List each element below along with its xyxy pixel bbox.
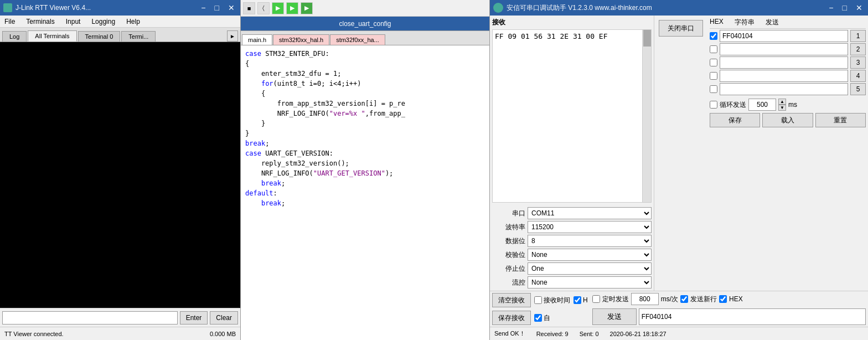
save-button[interactable]: 保存 [710,113,760,127]
menu-input[interactable]: Input [64,17,83,27]
multitext-send-btn-4[interactable]: 4 [850,70,866,82]
jlink-enter-button[interactable]: Enter [180,311,208,324]
jlink-logo-icon [3,3,12,12]
recv-buttons-column: 清空接收 接收时间 H 保存接收 [490,291,590,327]
hex-recv-checkbox-row: H [574,296,588,304]
send-input-field[interactable] [639,308,866,325]
spinner-down-button[interactable]: ▼ [778,105,786,111]
recv-time-checkbox-row: 接收时间 [534,296,570,305]
newline-checkbox[interactable] [680,295,688,303]
port-select[interactable]: COM11 [528,207,652,219]
menu-help[interactable]: Help [124,17,142,27]
multitext-header-send: 发送 [766,18,779,27]
send-button[interactable]: 发送 [592,308,637,325]
reset-button[interactable]: 重置 [815,113,866,127]
cycle-send-checkbox[interactable] [710,101,717,109]
recv-time-label: 接收时间 [544,296,570,305]
menu-terminals[interactable]: Terminals [24,17,56,27]
code-line: } [245,119,485,128]
menu-logging[interactable]: Logging [89,17,117,27]
editor-tabs: main.h stm32f0xx_hal.h stm32f0xx_ha... [241,31,489,45]
flow-control-select[interactable]: None [528,276,652,289]
hex-send-label: HEX [729,295,743,303]
serial-port-config: 串口 COM11 波特率 115200 数据位 8 校验位 None 停止位 [490,205,654,291]
multitext-send-btn-2[interactable]: 2 [850,43,866,55]
clear-recv-button[interactable]: 清空接收 [492,293,531,307]
auto-checkbox[interactable] [534,314,542,322]
code-line: break; [245,198,485,208]
toolbar-icon-green1[interactable]: ▶ [272,2,284,14]
tab-all-terminals[interactable]: All Terminals [28,30,76,42]
jlink-panel: J-Link RTT Viewer V6.4... − □ ✕ File Ter… [0,0,241,340]
jlink-input-row: Enter Clear [0,308,240,327]
recv-scrollbar[interactable] [642,30,651,202]
toolbar-icon-green2[interactable]: ▶ [286,2,298,14]
tab-termi[interactable]: Termi... [121,31,156,42]
multitext-send-btn-3[interactable]: 3 [850,56,866,69]
multitext-input-1[interactable] [720,30,848,42]
serial-restore-button[interactable]: □ [840,3,849,12]
tab-terminal-0[interactable]: Terminal 0 [78,31,121,42]
toolbar-icon-green3[interactable]: ▶ [301,2,313,14]
recv-time-checkbox[interactable] [534,296,542,304]
status-sendok: Send OK！ [494,329,525,338]
menu-file[interactable]: File [2,17,17,27]
code-line: enter_stm32_dfu = 1; [245,69,485,79]
jlink-input-field[interactable] [2,311,178,324]
hex-recv-checkbox[interactable] [574,296,581,304]
data-bits-select[interactable]: 8 [528,235,652,247]
multitext-input-4[interactable] [720,70,848,82]
editor-tab-hal[interactable]: stm32f0xx_hal.h [273,34,329,45]
serial-receive-area: FF 09 01 56 31 2E 31 00 EF [492,29,652,203]
toolbar-icon-2[interactable]: 〈 [257,2,270,14]
stop-bits-select[interactable]: One [528,262,652,275]
jlink-tabs: Log All Terminals Terminal 0 Termi... ► [0,28,240,42]
hex-send-checkbox[interactable] [719,295,727,303]
recv-content: FF 09 01 56 31 2E 31 00 EF [495,32,608,40]
tab-log[interactable]: Log [2,31,27,42]
serial-titlebar: 安信可串口调试助手 V1.2.3.0 www.ai-thinker.com − … [490,0,868,16]
multitext-send-btn-1[interactable]: 1 [850,30,866,42]
multitext-input-3[interactable] [720,56,848,69]
cycle-interval-input[interactable] [748,99,776,111]
serial-close-button[interactable]: ✕ [854,3,865,12]
serial-minimize-button[interactable]: − [826,3,835,12]
code-line: { [245,89,485,99]
code-line: { [245,59,485,69]
port-label: 串口 [492,209,525,218]
timed-send-label: 定时发送 [602,295,629,304]
baud-select[interactable]: 115200 [528,221,652,233]
multitext-send-btn-5[interactable]: 5 [850,83,866,95]
toolbar-icon-1[interactable]: ■ [243,2,255,14]
serial-logo-icon [493,3,503,13]
stop-label: 停止位 [492,264,525,274]
jlink-minimize-button[interactable]: − [199,3,208,12]
timed-send-checkbox[interactable] [592,295,600,303]
editor-code-area[interactable]: case STM32_ENTER_DFU: { enter_stm32_dfu … [241,45,489,340]
multitext-checkbox-5[interactable] [710,85,717,93]
editor-tab-mainh[interactable]: main.h [242,34,272,45]
jlink-close-button[interactable]: ✕ [226,3,237,12]
multitext-checkbox-4[interactable] [710,72,717,80]
status-sent: Sent: 0 [580,331,599,337]
multitext-checkbox-2[interactable] [710,45,717,53]
parity-select[interactable]: None [528,249,652,261]
load-button[interactable]: 载入 [762,113,813,127]
multitext-checkbox-3[interactable] [710,59,717,66]
multitext-checkbox-1[interactable] [710,32,717,40]
multitext-input-2[interactable] [720,43,848,55]
multitext-header-string: 字符串 [735,18,755,27]
parity-label: 校验位 [492,250,525,260]
editor-tab-hal2[interactable]: stm32f0xx_ha... [330,34,385,45]
timed-interval-input[interactable] [631,293,659,305]
clear-recv-row: 清空接收 接收时间 H [490,291,590,309]
spinner-up-button[interactable]: ▲ [778,99,786,105]
save-recv-button[interactable]: 保存接收 [492,311,531,325]
jlink-terminal-area [0,42,240,308]
tab-scroll-right-button[interactable]: ► [227,30,238,42]
multitext-input-5[interactable] [720,83,848,95]
multitext-row-2: 2 [710,43,866,55]
close-serial-button[interactable]: 关闭串口 [659,20,703,37]
jlink-clear-button[interactable]: Clear [210,311,238,324]
jlink-restore-button[interactable]: □ [213,3,221,12]
